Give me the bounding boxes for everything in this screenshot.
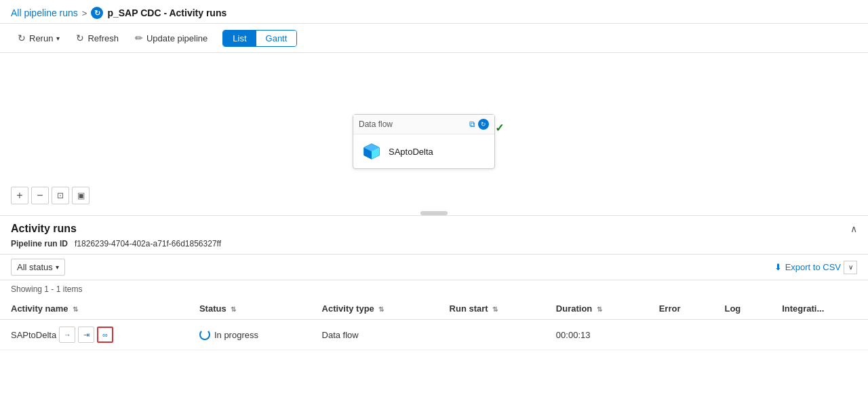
cell-duration: 00:00:13 xyxy=(545,320,648,350)
refresh-label: Refresh xyxy=(87,33,119,43)
fit-to-screen-button[interactable]: ⊡ xyxy=(52,187,69,204)
status-filter-chevron-icon: ▾ xyxy=(56,263,59,271)
rerun-label: Rerun xyxy=(29,33,53,43)
rerun-chevron-icon: ▾ xyxy=(56,35,60,42)
col-activity-type-label: Activity type xyxy=(322,303,374,314)
dataflow-node-header: Data flow ⧉ ↻ xyxy=(353,115,494,134)
cell-integration xyxy=(771,320,868,350)
activity-runs-header: Activity runs ∧ xyxy=(0,216,868,238)
download-icon: ⬇ xyxy=(774,262,782,272)
pipeline-run-id-row: Pipeline run ID f1826239-4704-402a-a71f-… xyxy=(0,238,868,254)
input-arrow-icon: → xyxy=(64,331,71,339)
pipeline-run-id-value: f1826239-4704-402a-a71f-66d1856327ff xyxy=(75,239,221,248)
export-chevron-button[interactable]: ∨ xyxy=(844,261,857,274)
items-count: Showing 1 - 1 items xyxy=(0,280,868,298)
cell-log xyxy=(713,320,771,350)
status-filter-label: All status xyxy=(17,262,53,272)
details-link-icon: ∞ xyxy=(102,331,108,339)
external-link-icon[interactable]: ⧉ xyxy=(469,119,475,129)
pipeline-canvas: Data flow ⧉ ↻ SAptoDelta ✓ + − ⊡ xyxy=(0,53,868,216)
col-activity-type: Activity type ⇅ xyxy=(311,298,439,320)
cell-activity-name: SAPtoDelta → ⇥ ∞ xyxy=(0,320,189,350)
frame-button[interactable]: ▣ xyxy=(72,187,90,204)
refresh-icon: ↻ xyxy=(76,33,84,43)
status-filter-dropdown[interactable]: All status ▾ xyxy=(11,259,65,276)
col-activity-type-sort-icon[interactable]: ⇅ xyxy=(378,305,384,313)
dataflow-cube-icon xyxy=(361,141,382,162)
node-refresh-icon[interactable]: ↻ xyxy=(478,119,489,130)
row-activity-name: SAPtoDelta xyxy=(11,330,56,340)
col-integration: Integrati... xyxy=(771,298,868,320)
pipeline-run-id-label: Pipeline run ID xyxy=(11,239,68,248)
success-checkmark-icon: ✓ xyxy=(495,122,504,134)
activity-runs-section: Activity runs ∧ Pipeline run ID f1826239… xyxy=(0,216,868,350)
list-view-button[interactable]: List xyxy=(223,31,256,46)
activity-runs-title: Activity runs xyxy=(11,223,77,235)
dataflow-activity-name: SAptoDelta xyxy=(389,147,433,157)
fit-icon: ⊡ xyxy=(57,191,64,200)
table-row: SAPtoDelta → ⇥ ∞ xyxy=(0,320,868,350)
breadcrumb-current-label: p_SAP CDC - Activity runs xyxy=(107,7,226,18)
dataflow-header-icons: ⧉ ↻ xyxy=(469,119,489,130)
cell-error xyxy=(648,320,714,350)
col-run-start: Run start ⇅ xyxy=(439,298,545,320)
col-activity-name-sort-icon[interactable]: ⇅ xyxy=(73,305,78,313)
col-log: Log xyxy=(713,298,771,320)
divider-handle[interactable] xyxy=(420,211,448,215)
canvas-controls: + − ⊡ ▣ xyxy=(11,187,90,204)
dataflow-node-body: SAptoDelta xyxy=(353,134,494,168)
cell-status: In progress xyxy=(189,320,311,350)
col-error: Error xyxy=(648,298,714,320)
breadcrumb-current: p_SAP CDC - Activity runs xyxy=(91,7,226,19)
row-status: In progress xyxy=(214,330,258,340)
activity-runs-table: Activity name ⇅ Status ⇅ Activity type ⇅… xyxy=(0,298,868,350)
col-activity-name: Activity name ⇅ xyxy=(0,298,189,320)
col-integration-label: Integrati... xyxy=(782,303,824,314)
col-run-start-label: Run start xyxy=(450,303,488,314)
output-icon-button[interactable]: ⇥ xyxy=(78,327,94,343)
input-icon-button[interactable]: → xyxy=(59,327,75,343)
export-to-csv-button[interactable]: ⬇ Export to CSV xyxy=(774,262,841,272)
table-header: Activity name ⇅ Status ⇅ Activity type ⇅… xyxy=(0,298,868,320)
details-icon-button[interactable]: ∞ xyxy=(97,327,113,343)
row-activity-type: Data flow xyxy=(322,330,359,340)
view-toggle: List Gantt xyxy=(222,30,297,47)
row-duration: 00:00:13 xyxy=(556,330,591,340)
dataflow-header-label: Data flow xyxy=(359,119,393,129)
col-status-label: Status xyxy=(199,303,226,314)
table-body: SAPtoDelta → ⇥ ∞ xyxy=(0,320,868,350)
cell-run-start xyxy=(439,320,545,350)
rerun-icon: ↻ xyxy=(18,33,26,43)
collapse-button[interactable]: ∧ xyxy=(850,223,857,234)
toolbar: ↻ Rerun ▾ ↻ Refresh ✏ Update pipeline Li… xyxy=(0,24,868,53)
col-log-label: Log xyxy=(724,303,741,314)
col-status-sort-icon[interactable]: ⇅ xyxy=(231,305,236,313)
rerun-button[interactable]: ↻ Rerun ▾ xyxy=(11,29,66,47)
breadcrumb: All pipeline runs > p_SAP CDC - Activity… xyxy=(0,0,868,24)
output-arrow-icon: ⇥ xyxy=(83,331,90,339)
col-duration-label: Duration xyxy=(556,303,592,314)
breadcrumb-separator: > xyxy=(82,8,87,18)
breadcrumb-parent-link[interactable]: All pipeline runs xyxy=(11,7,78,18)
col-activity-name-label: Activity name xyxy=(11,303,68,314)
refresh-button[interactable]: ↻ Refresh xyxy=(69,29,125,47)
frame-icon: ▣ xyxy=(77,191,85,200)
update-pipeline-label: Update pipeline xyxy=(146,33,208,43)
col-error-label: Error xyxy=(659,303,681,314)
pipeline-icon xyxy=(91,7,103,19)
zoom-in-button[interactable]: + xyxy=(11,187,28,204)
pencil-icon: ✏ xyxy=(135,33,143,43)
cell-activity-type: Data flow xyxy=(311,320,439,350)
status-spinner-icon xyxy=(199,329,210,340)
export-label: Export to CSV xyxy=(785,262,841,272)
col-duration: Duration ⇅ xyxy=(545,298,648,320)
gantt-view-button[interactable]: Gantt xyxy=(256,31,297,46)
update-pipeline-button[interactable]: ✏ Update pipeline xyxy=(128,29,214,47)
dataflow-node[interactable]: Data flow ⧉ ↻ SAptoDelta ✓ xyxy=(353,114,495,169)
export-area: ⬇ Export to CSV ∨ xyxy=(774,261,857,274)
col-run-start-sort-icon[interactable]: ⇅ xyxy=(492,305,498,313)
col-duration-sort-icon[interactable]: ⇅ xyxy=(597,305,602,313)
zoom-out-button[interactable]: − xyxy=(31,187,49,204)
filter-row: All status ▾ ⬇ Export to CSV ∨ xyxy=(0,254,868,280)
col-status: Status ⇅ xyxy=(189,298,311,320)
